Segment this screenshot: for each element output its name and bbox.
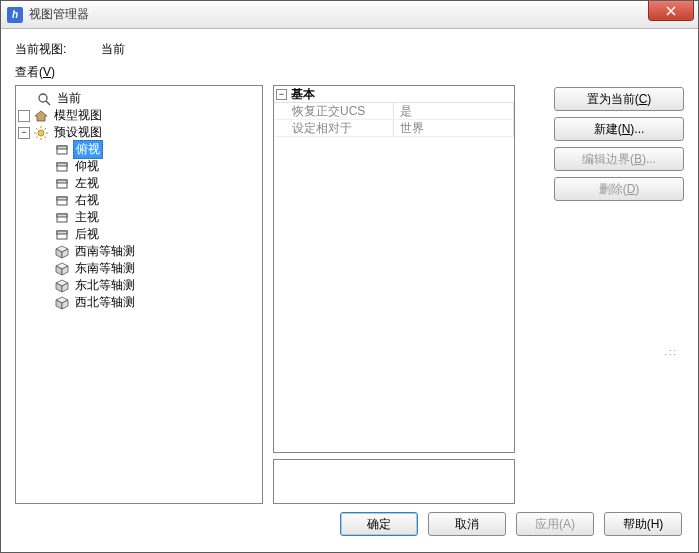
- tree-node-label: 仰视: [73, 158, 101, 175]
- properties-group-header[interactable]: − 基本: [274, 86, 514, 103]
- svg-rect-23: [57, 231, 67, 234]
- box-icon: [54, 159, 70, 175]
- properties-grid[interactable]: − 基本 恢复正交UCS是设定相对于世界: [273, 85, 515, 453]
- tree-node[interactable]: 西南等轴测: [36, 243, 260, 260]
- svg-rect-17: [57, 180, 67, 183]
- edit-bounds-button: 编辑边界(B)...: [554, 147, 684, 171]
- current-view-label: 当前视图:: [15, 41, 101, 58]
- tree-node-label: 左视: [73, 175, 101, 192]
- resize-grip-icon: .::: [664, 347, 678, 357]
- client-area: 当前视图: 当前 查看(V) 当前 模型视图−预设视图俯视仰视左视右视主视后视西…: [1, 29, 698, 552]
- tree-node[interactable]: 俯视: [36, 141, 260, 158]
- tree-node-label: 俯视: [73, 140, 103, 159]
- apply-button: 应用(A): [516, 512, 594, 536]
- svg-rect-13: [57, 146, 67, 149]
- tree-node-label: 主视: [73, 209, 101, 226]
- tree-node[interactable]: 左视: [36, 175, 260, 192]
- tree-node[interactable]: 东南等轴测: [36, 260, 260, 277]
- view-tree[interactable]: 当前 模型视图−预设视图俯视仰视左视右视主视后视西南等轴测东南等轴测东北等轴测西…: [15, 85, 263, 504]
- tree-node[interactable]: 右视: [36, 192, 260, 209]
- tree-node[interactable]: 当前: [18, 90, 260, 107]
- current-view-row: 当前视图: 当前: [15, 41, 684, 58]
- new-button[interactable]: 新建(N)...: [554, 117, 684, 141]
- app-icon: h: [7, 7, 23, 23]
- cube-icon: [54, 244, 70, 260]
- tree-node[interactable]: 仰视: [36, 158, 260, 175]
- expander-icon[interactable]: −: [18, 127, 30, 139]
- svg-marker-2: [35, 111, 47, 121]
- set-current-button[interactable]: 置为当前(C): [554, 87, 684, 111]
- window-title: 视图管理器: [29, 6, 89, 23]
- tree-node[interactable]: 东北等轴测: [36, 277, 260, 294]
- svg-line-11: [36, 136, 38, 138]
- sun-icon: [33, 125, 49, 141]
- cube-icon: [54, 261, 70, 277]
- close-button[interactable]: [648, 1, 694, 21]
- property-value[interactable]: 世界: [394, 120, 514, 136]
- tree-node-label: 西南等轴测: [73, 243, 137, 260]
- view-menu[interactable]: 查看(V): [15, 64, 684, 81]
- collapse-icon[interactable]: −: [276, 89, 287, 100]
- titlebar: h 视图管理器: [1, 1, 698, 29]
- view-manager-window: h 视图管理器 当前视图: 当前 查看(V) 当前 模型视图−预设视图俯视仰视左…: [0, 0, 699, 553]
- properties-group-title: 基本: [291, 86, 315, 103]
- help-button[interactable]: 帮助(H): [604, 512, 682, 536]
- delete-button: 删除(D): [554, 177, 684, 201]
- svg-point-3: [38, 130, 44, 136]
- svg-rect-15: [57, 163, 67, 166]
- preview-pane: [273, 459, 515, 504]
- tree-node[interactable]: 模型视图: [18, 107, 260, 124]
- svg-point-0: [39, 94, 47, 102]
- svg-line-9: [45, 136, 47, 138]
- svg-line-1: [46, 101, 50, 105]
- property-key: 设定相对于: [274, 120, 394, 136]
- tree-node-label: 预设视图: [52, 124, 104, 141]
- svg-rect-21: [57, 214, 67, 217]
- tree-node-label: 后视: [73, 226, 101, 243]
- property-value[interactable]: 是: [394, 103, 514, 119]
- main-columns: 当前 模型视图−预设视图俯视仰视左视右视主视后视西南等轴测东南等轴测东北等轴测西…: [15, 85, 684, 504]
- cancel-button[interactable]: 取消: [428, 512, 506, 536]
- dialog-footer: 确定 取消 应用(A) 帮助(H): [15, 504, 684, 544]
- property-key: 恢复正交UCS: [274, 103, 394, 119]
- tree-node[interactable]: 西北等轴测: [36, 294, 260, 311]
- svg-line-10: [45, 128, 47, 130]
- properties-column: − 基本 恢复正交UCS是设定相对于世界: [273, 85, 515, 504]
- tree-node-label: 东南等轴测: [73, 260, 137, 277]
- tree-node-label: 当前: [55, 90, 83, 107]
- magnifier-icon: [36, 91, 52, 107]
- tree-node-label: 东北等轴测: [73, 277, 137, 294]
- side-buttons: 置为当前(C) 新建(N)... 编辑边界(B)... 删除(D) .::: [525, 85, 684, 504]
- cube-icon: [54, 295, 70, 311]
- ok-button[interactable]: 确定: [340, 512, 418, 536]
- cube-icon: [54, 278, 70, 294]
- box-icon: [54, 193, 70, 209]
- expander-icon[interactable]: [18, 110, 30, 122]
- tree-node[interactable]: −预设视图俯视仰视左视右视主视后视西南等轴测东南等轴测东北等轴测西北等轴测: [18, 124, 260, 311]
- box-icon: [54, 176, 70, 192]
- box-icon: [54, 210, 70, 226]
- tree-node-label: 模型视图: [52, 107, 104, 124]
- tree-node[interactable]: 主视: [36, 209, 260, 226]
- tree-node-label: 右视: [73, 192, 101, 209]
- close-icon: [666, 6, 676, 16]
- house-icon: [33, 108, 49, 124]
- svg-line-8: [36, 128, 38, 130]
- box-icon: [54, 227, 70, 243]
- property-row[interactable]: 设定相对于世界: [274, 120, 514, 137]
- property-row[interactable]: 恢复正交UCS是: [274, 103, 514, 120]
- tree-node-label: 西北等轴测: [73, 294, 137, 311]
- current-view-value: 当前: [101, 41, 125, 58]
- tree-node[interactable]: 后视: [36, 226, 260, 243]
- svg-rect-19: [57, 197, 67, 200]
- box-icon: [54, 142, 70, 158]
